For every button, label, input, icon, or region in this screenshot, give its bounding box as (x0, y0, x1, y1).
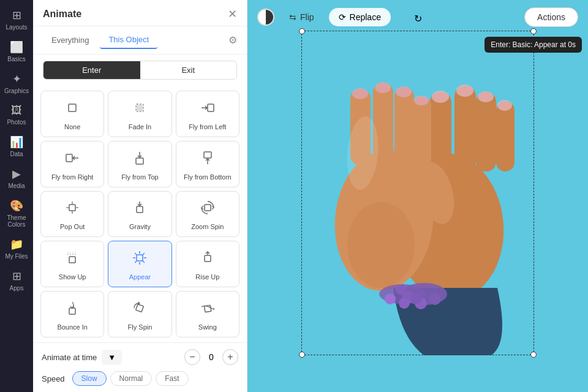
sidebar-item-my-files[interactable]: 📁 My Files (2, 234, 31, 263)
speed-fast-button[interactable]: Fast (156, 371, 188, 386)
actions-label: Actions (537, 12, 565, 22)
apps-icon: ⊞ (12, 270, 21, 283)
anim-none[interactable]: None (40, 91, 104, 137)
theme-colors-icon: 🎨 (10, 199, 23, 213)
panel-tabs: Everything This Object ⚙ (33, 26, 247, 55)
svg-point-43 (456, 85, 473, 97)
fade-in-label: Fade In (129, 123, 151, 131)
show-up-label: Show Up (59, 273, 86, 281)
flip-label: Flip (300, 12, 314, 22)
tooltip: Enter: Basic: Appear at 0s (484, 37, 582, 53)
anim-zoom-spin[interactable]: Zoom Spin (176, 191, 239, 238)
svg-rect-31 (205, 255, 211, 262)
svg-rect-9 (204, 152, 211, 158)
svg-line-29 (135, 261, 137, 263)
anim-pop-out[interactable]: Pop Out (40, 191, 104, 238)
time-value: 0 (205, 352, 217, 362)
svg-rect-54 (394, 87, 414, 167)
fly-from-right-icon (64, 149, 81, 170)
bounce-in-icon (64, 300, 81, 320)
svg-line-28 (143, 253, 145, 255)
fly-from-top-icon (131, 149, 148, 170)
sidebar-item-apps[interactable]: ⊞ Apps (2, 266, 31, 295)
anim-gravity[interactable]: Gravity (108, 191, 172, 238)
pop-out-label: Pop Out (60, 223, 85, 231)
close-button[interactable]: ✕ (228, 9, 237, 20)
panel-title: Animate (43, 9, 81, 20)
left-sidebar: ⊞ Layouts ⬜ Basics ✦ Graphics 🖼 Photos 📊… (0, 0, 33, 392)
object-container[interactable]: ↻ (301, 31, 534, 355)
rise-up-label: Rise Up (195, 273, 219, 281)
anim-fly-from-left[interactable]: Fly from Left (176, 91, 239, 137)
svg-point-63 (385, 293, 396, 304)
anim-rise-up[interactable]: Rise Up (176, 241, 239, 287)
enter-exit-toggle: Enter Exit (43, 61, 237, 80)
fly-from-left-label: Fly from Left (189, 123, 226, 131)
tooltip-text: Enter: Basic: Appear at 0s (491, 40, 576, 49)
swing-label: Swing (198, 323, 217, 331)
replace-label: Replace (350, 12, 381, 22)
svg-rect-11 (69, 205, 75, 211)
svg-rect-19 (69, 257, 75, 263)
tab-everything[interactable]: Everything (43, 32, 97, 48)
enter-button[interactable]: Enter (43, 61, 140, 79)
sidebar-item-data[interactable]: 📊 Data (2, 132, 31, 161)
sidebar-item-photos[interactable]: 🖼 Photos (2, 100, 31, 129)
sidebar-item-theme-colors[interactable]: 🎨 Theme Colors (2, 195, 31, 232)
time-increment-button[interactable]: + (222, 349, 238, 365)
gravity-label: Gravity (129, 223, 151, 231)
svg-rect-40 (496, 101, 514, 172)
animation-grid: None Fade In Fly from Left (33, 86, 247, 342)
sidebar-item-label: Theme Colors (5, 214, 28, 228)
anim-swing[interactable]: Swing (176, 291, 239, 337)
fly-spin-label: Fly Spin (128, 323, 153, 331)
svg-rect-34 (136, 304, 144, 312)
layouts-icon: ⊞ (12, 9, 21, 22)
fade-in-icon (131, 99, 148, 120)
anim-fly-spin[interactable]: Fly Spin (108, 291, 172, 337)
toolbar-left: ⇆ Flip ⟳ Replace (257, 8, 391, 26)
pop-out-icon (64, 199, 81, 220)
speed-slow-button[interactable]: Slow (72, 371, 107, 386)
replace-button[interactable]: ⟳ Replace (329, 8, 391, 26)
sidebar-item-media[interactable]: ▶ Media (2, 164, 31, 193)
settings-button[interactable]: ⚙ (228, 34, 237, 46)
panel-header: Animate ✕ (33, 0, 247, 26)
svg-rect-16 (137, 206, 143, 213)
sidebar-item-layouts[interactable]: ⊞ Layouts (2, 5, 31, 34)
svg-point-64 (399, 298, 410, 309)
svg-rect-22 (137, 255, 143, 261)
flip-button[interactable]: ⇆ Flip (279, 8, 324, 26)
time-controls: − 0 + (184, 349, 238, 365)
sidebar-item-basics[interactable]: ⬜ Basics (2, 37, 31, 66)
flip-icon: ⇆ (289, 12, 296, 22)
svg-point-49 (429, 293, 441, 305)
anim-appear[interactable]: Appear (108, 241, 172, 287)
svg-point-59 (396, 86, 412, 97)
svg-rect-38 (454, 86, 476, 172)
anim-show-up[interactable]: Show Up (40, 241, 104, 287)
anim-bounce-in[interactable]: Bounce In (40, 291, 104, 337)
sidebar-item-label: My Files (5, 253, 28, 260)
zoom-spin-label: Zoom Spin (191, 223, 224, 231)
animate-at-time-dropdown[interactable]: ▼ (102, 350, 122, 365)
fly-spin-icon (131, 300, 148, 320)
tab-this-object[interactable]: This Object (100, 31, 157, 49)
speed-normal-button[interactable]: Normal (110, 371, 153, 386)
photos-icon: 🖼 (11, 104, 22, 117)
time-decrement-button[interactable]: − (184, 349, 200, 365)
anim-fade-in[interactable]: Fade In (108, 91, 172, 137)
anim-fly-from-bottom[interactable]: Fly from Bottom (176, 141, 239, 187)
anim-fly-from-right[interactable]: Fly from Right (40, 141, 104, 187)
svg-rect-3 (208, 104, 214, 111)
sidebar-item-label: Media (8, 183, 24, 189)
swing-icon (199, 300, 216, 320)
sidebar-item-graphics[interactable]: ✦ Graphics (2, 69, 31, 98)
svg-rect-55 (413, 97, 431, 169)
actions-button[interactable]: Actions (524, 7, 578, 27)
exit-button[interactable]: Exit (140, 61, 237, 79)
svg-rect-37 (430, 92, 451, 172)
svg-point-58 (375, 82, 391, 93)
svg-point-57 (352, 88, 368, 99)
anim-fly-from-top[interactable]: Fly from Top (108, 141, 172, 187)
